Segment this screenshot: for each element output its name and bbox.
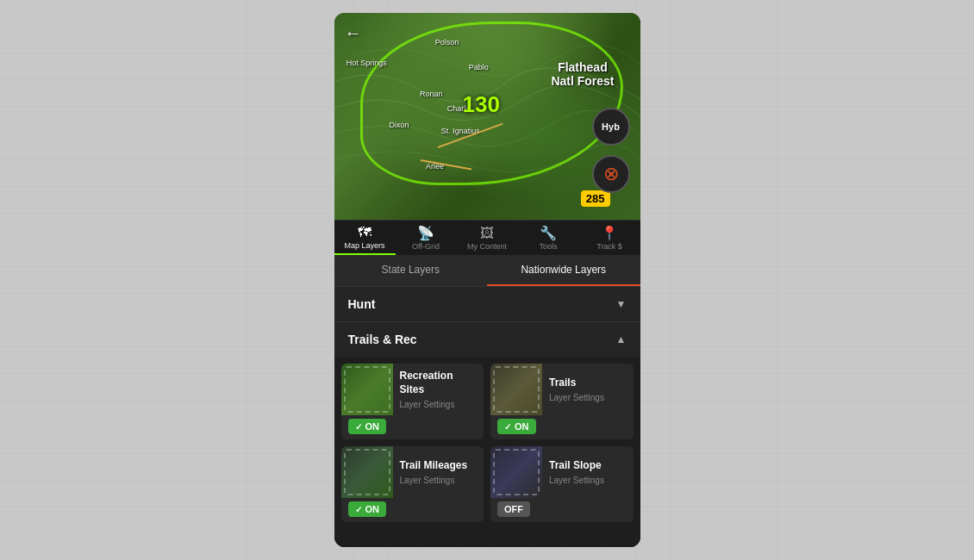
hunt-category-header[interactable]: Hunt ▼ <box>334 286 640 321</box>
toggle-check-icon-trails: ✓ <box>504 422 511 432</box>
toggle-trail-mileages[interactable]: ✓ ON <box>348 501 387 517</box>
thumb-recreation-sites <box>341 364 393 415</box>
card-info-trail-mileages: Trail Mileages Layer Settings <box>393 446 484 498</box>
nationwide-layers-tab[interactable]: Nationwide Layers <box>487 255 640 286</box>
bottom-spacer <box>334 529 640 546</box>
thumb-trail-mileages <box>341 446 393 498</box>
card-top-trail-slope: Trail Slope Layer Settings <box>490 446 634 498</box>
hyb-button[interactable]: Hyb <box>592 108 630 146</box>
place-ronan: Ronan <box>420 90 443 98</box>
thumb-overlay-slope <box>493 449 540 495</box>
toggle-check-icon-mileages: ✓ <box>355 505 362 514</box>
tab-off-grid[interactable]: 📡 Off-Grid <box>396 221 457 255</box>
bottom-panel: 🗺 Map Layers 📡 Off-Grid 🖼 My Content 🔧 T… <box>334 220 640 547</box>
layer-content[interactable]: Hunt ▼ Trails & Rec ▲ <box>334 286 640 547</box>
thumb-trails <box>490 364 542 415</box>
tab-map-layers[interactable]: 🗺 Map Layers <box>334 221 396 255</box>
card-info-recreation-sites: Recreation Sites Layer Settings <box>393 364 484 415</box>
tab-my-content[interactable]: 🖼 My Content <box>457 221 518 255</box>
place-dixon: Dixon <box>389 121 409 129</box>
place-pablo: Pablo <box>469 63 489 72</box>
toggle-row-trail-mileages: ✓ ON <box>341 498 484 522</box>
place-polson: Polson <box>435 38 459 47</box>
tools-icon: 🔧 <box>540 227 557 240</box>
layer-card-recreation-sites[interactable]: Recreation Sites Layer Settings ✓ ON <box>341 364 484 439</box>
card-info-trails: Trails Layer Settings <box>542 364 634 415</box>
back-button[interactable]: ← <box>345 23 362 43</box>
trails-rec-category-header[interactable]: Trails & Rec ▲ <box>334 321 640 357</box>
toggle-trails[interactable]: ✓ ON <box>497 419 536 434</box>
track-icon: 📍 <box>601 227 618 240</box>
thumb-overlay-trails <box>493 366 540 413</box>
toggle-recreation-sites[interactable]: ✓ ON <box>348 419 387 434</box>
tab-track[interactable]: 📍 Track $ <box>579 221 640 255</box>
map-area: Polson Pablo Ronan Dixon Charlo St. Igna… <box>334 13 640 220</box>
map-speed: 130 <box>463 91 500 118</box>
state-layers-tab[interactable]: State Layers <box>334 255 488 286</box>
map-region-label: FlatheadNatl Forest <box>551 60 614 88</box>
layer-card-trails[interactable]: Trails Layer Settings ✓ ON <box>490 364 634 439</box>
thumb-overlay <box>344 366 390 413</box>
card-info-trail-slope: Trail Slope Layer Settings <box>542 446 634 498</box>
thumb-trail-slope <box>490 446 542 498</box>
layer-card-trail-mileages[interactable]: Trail Mileages Layer Settings ✓ ON <box>341 446 484 522</box>
layer-type-tabs: State Layers Nationwide Layers <box>334 255 640 286</box>
layer-card-trail-slope[interactable]: Trail Slope Layer Settings OFF <box>490 446 634 522</box>
tab-bar: 🗺 Map Layers 📡 Off-Grid 🖼 My Content 🔧 T… <box>334 220 640 255</box>
tab-tools[interactable]: 🔧 Tools <box>518 221 579 255</box>
place-hot-springs: Hot Springs <box>347 59 387 67</box>
toggle-row-trail-slope: OFF <box>490 498 634 522</box>
layer-grid: Recreation Sites Layer Settings ✓ ON <box>334 357 640 529</box>
phone-container: Polson Pablo Ronan Dixon Charlo St. Igna… <box>334 13 640 547</box>
map-layers-icon: 🗺 <box>358 226 371 240</box>
card-top-recreation-sites: Recreation Sites Layer Settings <box>341 364 484 415</box>
my-content-icon: 🖼 <box>480 227 494 240</box>
off-grid-icon: 📡 <box>417 227 434 240</box>
toggle-trail-slope[interactable]: OFF <box>497 501 530 517</box>
map-elevation: 285 <box>581 190 610 207</box>
crosshair-button[interactable]: ⊗ <box>592 155 630 193</box>
toggle-row-recreation-sites: ✓ ON <box>341 415 484 439</box>
thumb-overlay-mileage <box>344 449 390 495</box>
card-top-trail-mileages: Trail Mileages Layer Settings <box>341 446 484 498</box>
toggle-row-trails: ✓ ON <box>490 415 634 439</box>
card-top-trails: Trails Layer Settings <box>490 364 634 415</box>
toggle-check-icon: ✓ <box>355 422 362 432</box>
